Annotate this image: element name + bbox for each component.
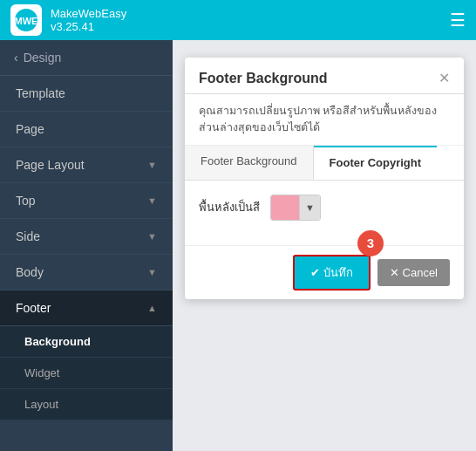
svg-text:MWE: MWE — [15, 16, 38, 26]
chevron-down-icon: ▼ — [147, 195, 157, 206]
sidebar-item-side-label: Side — [16, 229, 40, 243]
sidebar-item-top-label: Top — [16, 194, 36, 208]
sidebar-item-template[interactable]: Template — [0, 76, 173, 112]
sidebar-sub-menu: Background Widget Layout — [0, 326, 173, 420]
save-button[interactable]: ✔ บันทึก — [293, 255, 371, 290]
sidebar-item-body-label: Body — [16, 265, 44, 279]
chevron-down-icon: ▼ — [147, 267, 157, 277]
sidebar-sub-item-layout-label: Layout — [24, 398, 58, 411]
sidebar-item-top[interactable]: Top ▼ — [0, 183, 173, 219]
sidebar: ‹ Design Template Page Page Layout ▼ Top… — [0, 40, 173, 451]
tab-footer-copyright[interactable]: Footer Copyright — [314, 146, 437, 180]
sidebar-sub-item-layout[interactable]: Layout — [0, 389, 173, 420]
sidebar-sub-item-background[interactable]: Background — [0, 326, 173, 358]
sidebar-item-template-label: Template — [16, 86, 65, 100]
color-picker[interactable]: ▼ — [270, 195, 321, 221]
tab-footer-background[interactable]: Footer Background — [185, 146, 314, 180]
dialog: Footer Background ✕ คุณสามารถเปลี่ยนรูปภ… — [185, 58, 464, 299]
background-color-row: พื้นหลังเป็นสี ▼ — [199, 195, 450, 221]
back-arrow-icon: ‹ — [14, 51, 18, 65]
background-color-label: พื้นหลังเป็นสี — [199, 198, 260, 216]
sidebar-item-body[interactable]: Body ▼ — [0, 255, 173, 290]
sidebar-item-side[interactable]: Side ▼ — [0, 219, 173, 255]
sidebar-back-button[interactable]: ‹ Design — [0, 40, 173, 76]
main-layout: ‹ Design Template Page Page Layout ▼ Top… — [0, 40, 476, 451]
app-version: v3.25.41 — [51, 20, 126, 33]
sidebar-item-footer[interactable]: Footer ▲ — [0, 290, 173, 326]
dialog-title: Footer Background — [199, 71, 328, 86]
dialog-tabs: Footer Background Footer Copyright — [185, 146, 464, 181]
color-swatch[interactable] — [271, 195, 299, 220]
dialog-description: คุณสามารถเปลี่ยนรูปภาพ หรือสีสำหรับพื้นห… — [185, 94, 464, 146]
color-dropdown-button[interactable]: ▼ — [299, 195, 320, 220]
topbar: MWE MakeWebEasy v3.25.41 ☰ — [0, 0, 476, 40]
sidebar-item-footer-label: Footer — [16, 301, 51, 315]
sidebar-back-label: Design — [24, 51, 62, 65]
hamburger-menu-icon[interactable]: ☰ — [450, 10, 466, 31]
sidebar-sub-item-widget[interactable]: Widget — [0, 358, 173, 389]
sidebar-sub-item-widget-label: Widget — [24, 366, 59, 379]
step-badge: 3 — [357, 230, 384, 256]
app-logo: MWE — [10, 4, 42, 36]
sidebar-item-page-layout-label: Page Layout — [16, 158, 85, 172]
content-area: Footer Background ✕ คุณสามารถเปลี่ยนรูปภ… — [173, 40, 476, 451]
sidebar-item-page-layout[interactable]: Page Layout ▼ — [0, 147, 173, 183]
cancel-button[interactable]: ✕ Cancel — [377, 259, 450, 286]
chevron-down-icon: ▼ — [147, 160, 157, 170]
dialog-footer: 3 ✔ บันทึก ✕ Cancel — [185, 245, 464, 299]
sidebar-item-page-label: Page — [16, 122, 44, 136]
dialog-close-button[interactable]: ✕ — [439, 70, 450, 86]
sidebar-item-page[interactable]: Page — [0, 112, 173, 147]
dialog-body: พื้นหลังเป็นสี ▼ — [185, 181, 464, 245]
app-name: MakeWebEasy — [51, 7, 126, 20]
chevron-up-icon: ▲ — [147, 303, 157, 313]
chevron-down-icon: ▼ — [147, 231, 157, 242]
dialog-header: Footer Background ✕ — [185, 58, 464, 94]
sidebar-sub-item-background-label: Background — [24, 335, 91, 348]
